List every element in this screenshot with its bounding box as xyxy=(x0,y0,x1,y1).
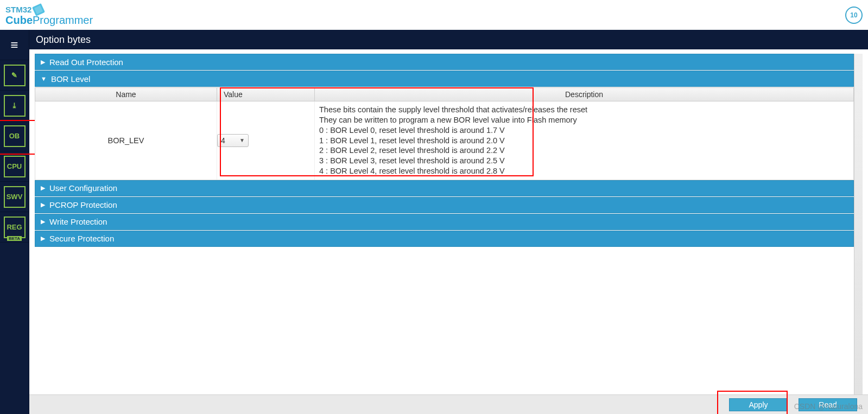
nav-icon-⤓: ⤓ xyxy=(4,95,26,117)
panel-bor-level[interactable]: ▼BOR Level xyxy=(35,71,854,87)
logo-line2-bold: Cube xyxy=(5,14,33,26)
anniversary-badge-icon: 10 xyxy=(845,7,863,24)
panel-user-configuration[interactable]: ▶User Configuration xyxy=(35,180,854,196)
chevron-right-icon: ▶ xyxy=(41,59,45,66)
col-desc: Description xyxy=(315,88,853,101)
panel-label: PCROP Protection xyxy=(49,200,117,209)
chevron-down-icon: ▼ xyxy=(41,75,47,82)
nav-item-ob[interactable]: OB xyxy=(0,121,29,151)
logo-line2-rest: Programmer xyxy=(33,14,93,26)
nav-item-cpu[interactable]: CPU xyxy=(0,151,29,182)
col-name: Name xyxy=(35,88,217,101)
nav-item-✎[interactable]: ✎ xyxy=(0,60,29,91)
panel-write-protection[interactable]: ▶Write Protection xyxy=(35,214,854,230)
menu-button[interactable]: ≡ xyxy=(0,30,29,60)
logo-line1: STM32 xyxy=(5,5,31,14)
chevron-right-icon: ▶ xyxy=(41,184,45,192)
panel-label: Read Out Protection xyxy=(49,58,123,67)
dropdown-value: 4 xyxy=(221,136,225,145)
panel-secure-protection[interactable]: ▶Secure Protection xyxy=(35,231,854,247)
cell-description: These bits contain the supply level thre… xyxy=(315,101,853,180)
cell-value: 4▼ xyxy=(217,101,315,180)
col-value: Value xyxy=(217,88,315,101)
nav-icon-reg: REG xyxy=(4,216,26,238)
panel-label: BOR Level xyxy=(51,74,91,84)
hamburger-icon: ≡ xyxy=(10,37,18,53)
chevron-right-icon: ▶ xyxy=(41,218,45,225)
nav-icon-swv: SWV xyxy=(4,186,26,208)
side-nav: ≡✎⤓OBCPUSWVREGBETA xyxy=(0,30,29,414)
panel-label: User Configuration xyxy=(49,183,117,193)
table-header: NameValueDescription xyxy=(35,87,854,101)
page-title: Option bytes xyxy=(29,30,868,49)
logo-bar: STM32 CubeProgrammer 10 xyxy=(0,0,868,30)
panel-pcrop-protection[interactable]: ▶PCROP Protection xyxy=(35,197,854,213)
chevron-down-icon: ▼ xyxy=(239,137,245,143)
cell-name: BOR_LEV xyxy=(35,101,217,180)
chevron-right-icon: ▶ xyxy=(41,201,45,208)
chevron-right-icon: ▶ xyxy=(41,235,45,242)
nav-item-reg[interactable]: REGBETA xyxy=(0,212,29,243)
scrollbar[interactable] xyxy=(854,54,863,394)
nav-item-swv[interactable]: SWV xyxy=(0,182,29,212)
nav-icon-✎: ✎ xyxy=(4,65,26,86)
nav-icon-ob: OB xyxy=(4,125,26,147)
panel-label: Secure Protection xyxy=(49,234,114,243)
beta-tag: BETA xyxy=(7,236,22,241)
table-row: BOR_LEV4▼These bits contain the supply l… xyxy=(35,101,854,180)
apply-button[interactable]: Apply xyxy=(729,398,788,411)
nav-icon-cpu: CPU xyxy=(4,156,26,177)
read-button[interactable]: Read xyxy=(799,398,857,411)
panel-label: Write Protection xyxy=(49,217,107,226)
value-dropdown[interactable]: 4▼ xyxy=(217,134,249,147)
app-logo: STM32 CubeProgrammer xyxy=(5,5,93,26)
nav-item-⤓[interactable]: ⤓ xyxy=(0,91,29,121)
footer-bar: Apply Read CSDN @Naturalona xyxy=(29,394,868,414)
panel-read-out-protection[interactable]: ▶Read Out Protection xyxy=(35,54,854,70)
